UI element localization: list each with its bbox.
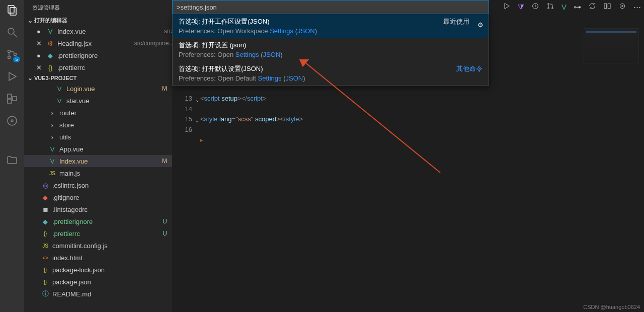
- history-icon[interactable]: [531, 2, 539, 12]
- search-icon[interactable]: [6, 26, 18, 38]
- tree-item[interactable]: <>index.html: [24, 252, 172, 264]
- gear-icon[interactable]: ⚙: [477, 21, 484, 29]
- svg-rect-8: [8, 94, 12, 98]
- open-editor-item[interactable]: ●◆.prettierignore: [24, 49, 172, 61]
- quickinput-dropdown: 首选项: 打开工作区设置(JSON)Preferences: Open Work…: [172, 14, 489, 86]
- open-editor-item[interactable]: ●VIndex.vuesrc: [24, 25, 172, 37]
- tree-item[interactable]: VLogin.vueM: [24, 83, 172, 95]
- svg-point-17: [552, 8, 553, 9]
- svg-rect-19: [608, 4, 610, 8]
- more-icon[interactable]: ⋯: [633, 3, 641, 12]
- tree-item[interactable]: ›store: [24, 119, 172, 131]
- tree-item[interactable]: JSmain.js: [24, 167, 172, 179]
- tree-item[interactable]: VApp.vue: [24, 143, 172, 155]
- svg-point-21: [622, 6, 623, 7]
- explorer-icon[interactable]: [6, 4, 18, 16]
- scm-icon[interactable]: 5: [6, 48, 18, 60]
- tree-item[interactable]: ≣.lintstagedrc: [24, 203, 172, 215]
- tree-item[interactable]: ◆.gitignore: [24, 191, 172, 203]
- tree-item[interactable]: Vstar.vue: [24, 95, 172, 107]
- vite-icon[interactable]: ⧩: [518, 3, 524, 12]
- svg-point-2: [8, 28, 14, 34]
- sidebar: 资源管理器 ⌄打开的编辑器 ●VIndex.vuesrc✕⚙Heading.js…: [24, 0, 172, 312]
- folder-icon[interactable]: [6, 154, 18, 166]
- target-icon[interactable]: [618, 2, 626, 12]
- svg-point-12: [11, 120, 13, 122]
- svg-rect-0: [8, 6, 14, 13]
- svg-marker-7: [9, 72, 16, 81]
- run-icon[interactable]: [503, 2, 511, 12]
- svg-rect-18: [604, 4, 607, 8]
- tree-item[interactable]: {}.prettierrcU: [24, 227, 172, 240]
- svg-rect-10: [13, 97, 17, 101]
- tree-item[interactable]: ◆.prettierignoreU: [24, 215, 172, 227]
- open-editor-item[interactable]: ✕⚙Heading.jsxsrc/compone..: [24, 37, 172, 49]
- svg-marker-13: [505, 4, 509, 9]
- eof-marker: ▸: [200, 135, 624, 145]
- remote-icon[interactable]: [6, 115, 18, 127]
- editor-top-actions: ⧩ V ⊶ ⋯: [503, 2, 641, 12]
- section-project[interactable]: ⌄VUE3-PROJECT: [24, 73, 172, 83]
- tree-item[interactable]: ›router: [24, 107, 172, 119]
- svg-point-20: [620, 4, 624, 8]
- code-line-13: <script setup></script>: [200, 94, 267, 104]
- svg-point-6: [14, 53, 17, 56]
- tree-item[interactable]: ›utils: [24, 131, 172, 143]
- svg-point-11: [8, 116, 17, 125]
- tree-item[interactable]: {}package-lock.json: [24, 264, 172, 276]
- commit-icon[interactable]: ⊶: [574, 3, 581, 12]
- extensions-icon[interactable]: [6, 93, 18, 105]
- tree-item[interactable]: ⓘREADME.md: [24, 288, 172, 300]
- tree-item[interactable]: ◎.eslintrc.json: [24, 179, 172, 191]
- compare-icon[interactable]: [603, 2, 611, 12]
- debug-icon[interactable]: [6, 70, 18, 83]
- svg-point-15: [548, 4, 549, 5]
- svg-rect-1: [10, 8, 16, 15]
- svg-rect-9: [8, 99, 12, 103]
- vue-icon[interactable]: V: [561, 3, 567, 11]
- pr-icon[interactable]: [546, 2, 554, 12]
- activity-bar: 5: [0, 0, 24, 312]
- command-palette-item[interactable]: 首选项: 打开工作区设置(JSON)Preferences: Open Work…: [173, 14, 489, 38]
- scm-badge: 5: [13, 56, 20, 62]
- svg-point-16: [548, 8, 549, 9]
- section-open-editors[interactable]: ⌄打开的编辑器: [24, 16, 172, 25]
- command-palette-item[interactable]: 首选项: 打开默认设置(JSON)Preferences: Open Defau…: [173, 61, 489, 85]
- quickinput[interactable]: >settings.json: [172, 0, 489, 14]
- code-line-15: <style lang="scss" scoped></style>: [200, 114, 303, 125]
- sidebar-title: 资源管理器: [24, 0, 172, 16]
- tree-item[interactable]: VIndex.vueM: [24, 155, 172, 167]
- tree-item[interactable]: JScommitlint.config.js: [24, 240, 172, 252]
- watermark: CSDN @huangpb0624: [583, 304, 640, 310]
- quickinput-text: >settings.json: [177, 4, 217, 11]
- refresh-icon[interactable]: [588, 2, 596, 12]
- svg-point-5: [8, 56, 11, 59]
- tree-item[interactable]: {}package.json: [24, 276, 172, 288]
- minimap[interactable]: [584, 28, 639, 63]
- command-palette: >settings.json 首选项: 打开工作区设置(JSON)Prefere…: [172, 0, 489, 86]
- command-palette-item[interactable]: 首选项: 打开设置 (json)Preferences: Open Settin…: [173, 38, 489, 61]
- gutter: 13⌄: [180, 94, 200, 104]
- code-area[interactable]: 13⌄ <script setup></script> 14 15⌄ <styl…: [180, 94, 624, 145]
- open-editor-item[interactable]: ✕{}.prettierrc: [24, 61, 172, 73]
- svg-line-3: [14, 34, 17, 37]
- svg-point-4: [8, 50, 11, 53]
